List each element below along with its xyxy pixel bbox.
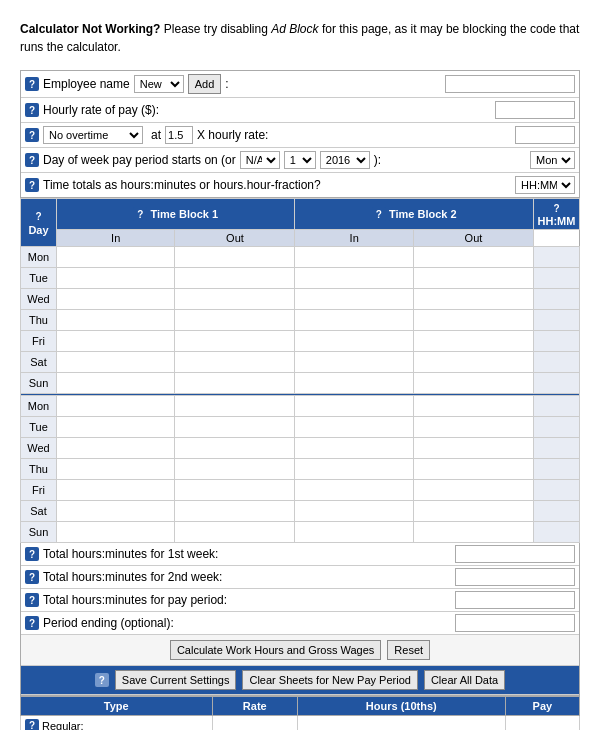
- time-input-cell[interactable]: [57, 459, 175, 480]
- time-input[interactable]: [297, 398, 410, 414]
- time-totals-help-icon[interactable]: ?: [25, 178, 39, 192]
- time-input-cell[interactable]: [413, 480, 533, 501]
- time-input-cell[interactable]: [57, 438, 175, 459]
- time-input-cell[interactable]: [57, 331, 175, 352]
- block1-help-icon[interactable]: ?: [133, 207, 147, 221]
- time-input-cell[interactable]: [295, 417, 413, 438]
- time-input-cell[interactable]: [413, 247, 533, 268]
- time-input[interactable]: [177, 291, 292, 307]
- time-input-cell[interactable]: [175, 268, 295, 289]
- time-input[interactable]: [59, 270, 172, 286]
- time-input-cell[interactable]: [57, 268, 175, 289]
- time-input-cell[interactable]: [295, 373, 413, 394]
- time-input[interactable]: [177, 354, 292, 370]
- time-input[interactable]: [297, 312, 410, 328]
- time-input[interactable]: [297, 291, 410, 307]
- add-button[interactable]: Add: [188, 74, 222, 94]
- time-input-cell[interactable]: [57, 310, 175, 331]
- time-input-cell[interactable]: [413, 438, 533, 459]
- time-input[interactable]: [59, 312, 172, 328]
- time-input-cell[interactable]: [295, 331, 413, 352]
- time-input[interactable]: [297, 249, 410, 265]
- time-input[interactable]: [416, 312, 531, 328]
- time-input-cell[interactable]: [413, 459, 533, 480]
- time-input[interactable]: [416, 503, 531, 519]
- time-input[interactable]: [59, 524, 172, 540]
- time-input[interactable]: [59, 249, 172, 265]
- time-input-cell[interactable]: [57, 396, 175, 417]
- week2-input[interactable]: [455, 568, 575, 586]
- period-input[interactable]: [455, 591, 575, 609]
- time-input-cell[interactable]: [295, 289, 413, 310]
- time-input[interactable]: [297, 270, 410, 286]
- time-input[interactable]: [416, 375, 531, 391]
- time-input-cell[interactable]: [175, 331, 295, 352]
- time-input[interactable]: [177, 398, 292, 414]
- time-input[interactable]: [59, 375, 172, 391]
- time-input[interactable]: [297, 419, 410, 435]
- time-input[interactable]: [416, 270, 531, 286]
- day-header-help-icon[interactable]: ?: [32, 210, 46, 224]
- time-input[interactable]: [177, 419, 292, 435]
- time-input[interactable]: [59, 333, 172, 349]
- time-input-cell[interactable]: [175, 289, 295, 310]
- week1-input[interactable]: [455, 545, 575, 563]
- time-input[interactable]: [416, 333, 531, 349]
- time-input[interactable]: [177, 461, 292, 477]
- save-settings-button[interactable]: Save Current Settings: [115, 670, 237, 690]
- time-input-cell[interactable]: [175, 396, 295, 417]
- time-input[interactable]: [177, 312, 292, 328]
- block2-help-icon[interactable]: ?: [372, 207, 386, 221]
- time-input[interactable]: [416, 440, 531, 456]
- period-ending-help-icon[interactable]: ?: [25, 616, 39, 630]
- time-input-cell[interactable]: [175, 247, 295, 268]
- employee-name-help-icon[interactable]: ?: [25, 77, 39, 91]
- period-help-icon[interactable]: ?: [25, 593, 39, 607]
- time-input[interactable]: [177, 249, 292, 265]
- time-input-cell[interactable]: [413, 310, 533, 331]
- time-input-cell[interactable]: [57, 417, 175, 438]
- time-input-cell[interactable]: [295, 247, 413, 268]
- hhmm-help-icon[interactable]: ?: [550, 201, 564, 215]
- time-input-cell[interactable]: [175, 352, 295, 373]
- time-input[interactable]: [59, 354, 172, 370]
- time-input[interactable]: [59, 419, 172, 435]
- time-input[interactable]: [297, 354, 410, 370]
- time-input[interactable]: [177, 482, 292, 498]
- time-input-cell[interactable]: [57, 522, 175, 543]
- time-input[interactable]: [59, 503, 172, 519]
- time-input[interactable]: [177, 375, 292, 391]
- time-input-cell[interactable]: [295, 268, 413, 289]
- time-input[interactable]: [297, 482, 410, 498]
- week2-help-icon[interactable]: ?: [25, 570, 39, 584]
- time-input-cell[interactable]: [175, 373, 295, 394]
- time-input[interactable]: [297, 333, 410, 349]
- time-input[interactable]: [59, 398, 172, 414]
- hhmm-select[interactable]: HH:MM: [515, 176, 575, 194]
- employee-name-select[interactable]: New: [134, 75, 184, 93]
- clear-all-button[interactable]: Clear All Data: [424, 670, 505, 690]
- time-input[interactable]: [416, 482, 531, 498]
- time-input[interactable]: [177, 440, 292, 456]
- time-input-cell[interactable]: [175, 522, 295, 543]
- time-input-cell[interactable]: [413, 522, 533, 543]
- hourly-rate-help-icon[interactable]: ?: [25, 103, 39, 117]
- time-input[interactable]: [416, 398, 531, 414]
- time-input-cell[interactable]: [295, 310, 413, 331]
- time-input-cell[interactable]: [175, 459, 295, 480]
- time-input-cell[interactable]: [57, 247, 175, 268]
- time-input-cell[interactable]: [413, 352, 533, 373]
- clear-sheets-button[interactable]: Clear Sheets for New Pay Period: [242, 670, 417, 690]
- time-input[interactable]: [59, 440, 172, 456]
- employee-name-input[interactable]: [445, 75, 575, 93]
- time-input[interactable]: [297, 440, 410, 456]
- time-input-cell[interactable]: [413, 396, 533, 417]
- time-input[interactable]: [416, 354, 531, 370]
- time-input[interactable]: [59, 482, 172, 498]
- time-input-cell[interactable]: [413, 373, 533, 394]
- time-input[interactable]: [416, 249, 531, 265]
- time-input[interactable]: [177, 333, 292, 349]
- day-of-week-help-icon[interactable]: ?: [25, 153, 39, 167]
- time-input-cell[interactable]: [57, 480, 175, 501]
- time-input-cell[interactable]: [295, 522, 413, 543]
